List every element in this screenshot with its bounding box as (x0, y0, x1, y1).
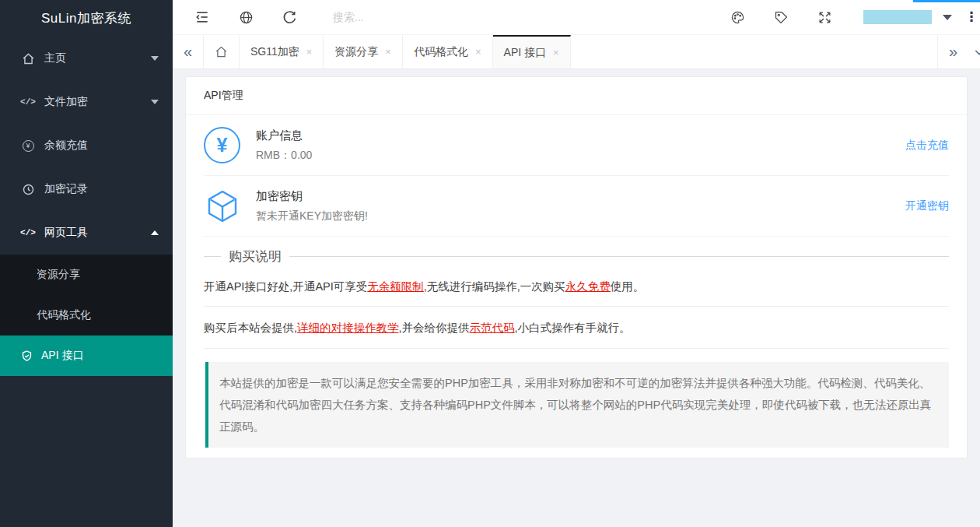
highlighted-text: 永久免费 (565, 280, 611, 293)
sidebar-item-label: 主页 (44, 51, 151, 65)
card-title: API管理 (186, 77, 967, 115)
tabs-menu-icon[interactable] (968, 35, 980, 69)
text-segment: 开通API接口好处,开通API可享受 (204, 280, 367, 293)
highlighted-text: 详细的对接操作教学 (297, 321, 399, 334)
sidebar-item-code-format[interactable]: 代码格式化 (0, 295, 173, 336)
tabs-scroll-left-icon[interactable]: « (173, 35, 204, 69)
sidebar-item-label: 代码格式化 (37, 308, 91, 322)
app-root: SuLin加密系统 主页 </> 文件加密 ¥ 余额充值 (0, 0, 980, 527)
tab-sg11[interactable]: SG11加密 × (240, 35, 324, 69)
tab-label: API 接口 (504, 46, 546, 60)
divider (204, 256, 221, 257)
loading-bar (913, 0, 980, 2)
refresh-icon[interactable] (268, 0, 311, 35)
code-icon: </> (21, 226, 35, 240)
highlighted-text: 示范代码 (470, 321, 515, 334)
sidebar-item-api[interactable]: API 接口 (0, 336, 173, 376)
yen-circle-icon: ¥ (21, 139, 35, 153)
account-balance: RMB：0.00 (256, 149, 312, 163)
globe-icon[interactable] (224, 0, 268, 35)
account-info-row: ¥ 账户信息 RMB：0.00 点击充值 (204, 115, 949, 176)
user-menu-caret-icon[interactable] (943, 15, 952, 20)
divider (289, 256, 949, 257)
activate-key-link[interactable]: 开通密钥 (905, 199, 949, 213)
text-segment: ,小白式操作有手就行。 (515, 321, 631, 334)
sidebar: SuLin加密系统 主页 </> 文件加密 ¥ 余额充值 (0, 0, 173, 527)
sidebar-submenu: 资源分享 代码格式化 API 接口 (0, 255, 173, 376)
shield-check-icon (19, 349, 33, 363)
close-icon[interactable]: × (475, 46, 481, 58)
tab-code-format[interactable]: 代码格式化 × (403, 35, 493, 69)
encrypt-key-row: 加密密钥 暂未开通KEY加密密钥! 开通密钥 (204, 176, 949, 237)
text-segment: 使用。 (611, 280, 645, 293)
close-icon[interactable]: × (553, 47, 559, 58)
tab-home[interactable] (204, 35, 240, 69)
purchase-paragraph-2: 购买后本站会提供,详细的对接操作教学,并会给你提供示范代码,小白式操作有手就行。 (204, 307, 949, 348)
tabbar: « SG11加密 × 资源分享 × 代码格式化 × API 接口 × (173, 35, 980, 69)
sidebar-item-label: 余额充值 (44, 139, 159, 153)
home-icon (21, 51, 35, 65)
sidebar-item-label: 网页工具 (44, 226, 151, 240)
tab-api[interactable]: API 接口 × (493, 35, 571, 69)
sidebar-item-home[interactable]: 主页 (0, 37, 173, 80)
code-icon: </> (21, 95, 35, 109)
sidebar-item-label: 文件加密 (44, 95, 151, 109)
tabs-scroll-right-icon[interactable]: » (937, 35, 968, 69)
purchase-section: 购买说明 开通API接口好处,开通API可享受无余额限制,无线进行编码操作,一次… (204, 248, 949, 448)
api-management-card: API管理 ¥ 账户信息 RMB：0.00 点击充值 (185, 76, 968, 458)
main-pane: ⋮ « SG11加密 × 资源分享 × 代码格式化 × (173, 0, 980, 527)
sidebar-item-label: API 接口 (41, 349, 83, 363)
content-area: API管理 ¥ 账户信息 RMB：0.00 点击充值 (173, 69, 980, 527)
chevron-down-icon (151, 56, 159, 61)
sidebar-item-file-encrypt[interactable]: </> 文件加密 (0, 80, 173, 124)
key-title: 加密密钥 (256, 189, 368, 204)
close-icon[interactable]: × (306, 46, 313, 58)
more-options-icon[interactable]: ⋮ (964, 12, 978, 23)
fullscreen-icon[interactable] (803, 0, 846, 35)
chevron-down-icon (151, 100, 159, 104)
account-info-text: 账户信息 RMB：0.00 (256, 128, 312, 163)
text-segment: ,无线进行编码操作,一次购买 (424, 280, 565, 293)
tab-resource-share[interactable]: 资源分享 × (324, 35, 403, 69)
home-icon (215, 45, 228, 58)
highlighted-text: 无余额限制 (367, 280, 424, 293)
sidebar-item-web-tools[interactable]: </> 网页工具 (0, 211, 173, 255)
theme-palette-icon[interactable] (716, 0, 759, 35)
sidebar-item-records[interactable]: 加密记录 (0, 167, 173, 211)
topbar-right: ⋮ (716, 0, 980, 35)
tag-icon[interactable] (759, 0, 803, 35)
app-logo: SuLin加密系统 (0, 0, 173, 37)
chevron-up-icon (151, 230, 159, 235)
card-bottom-padding (186, 448, 967, 458)
clock-icon (21, 182, 35, 196)
purchase-legend: 购买说明 (221, 248, 289, 265)
cube-icon (204, 188, 240, 224)
text-segment: ,并会给你提供 (399, 321, 470, 334)
purchase-legend-row: 购买说明 (204, 248, 949, 265)
tab-label: 资源分享 (334, 45, 378, 59)
username-display[interactable] (863, 10, 932, 24)
sidebar-collapse-icon[interactable] (180, 0, 224, 35)
key-info-text: 加密密钥 暂未开通KEY加密密钥! (256, 189, 368, 223)
key-status: 暂未开通KEY加密密钥! (256, 209, 368, 223)
sidebar-item-label: 资源分享 (37, 268, 80, 282)
account-title: 账户信息 (256, 128, 312, 143)
yen-circle-icon: ¥ (204, 127, 240, 163)
tab-label: SG11加密 (250, 45, 299, 59)
sidebar-item-label: 加密记录 (44, 182, 159, 196)
service-description-quote: 本站提供的加密是一款可以满足您安全需要的PHP加密工具，采用非对称加密和不可逆的… (205, 362, 949, 448)
text-segment: 购买后本站会提供, (204, 321, 297, 334)
close-icon[interactable]: × (385, 46, 391, 58)
sidebar-item-resource-share[interactable]: 资源分享 (0, 255, 173, 295)
tab-label: 代码格式化 (414, 45, 468, 59)
topbar: ⋮ (173, 0, 980, 35)
purchase-paragraph-1: 开通API接口好处,开通API可享受无余额限制,无线进行编码操作,一次购买永久免… (204, 265, 949, 307)
sidebar-item-recharge[interactable]: ¥ 余额充值 (0, 124, 173, 167)
recharge-link[interactable]: 点击充值 (905, 139, 949, 153)
search-input[interactable] (333, 11, 504, 23)
